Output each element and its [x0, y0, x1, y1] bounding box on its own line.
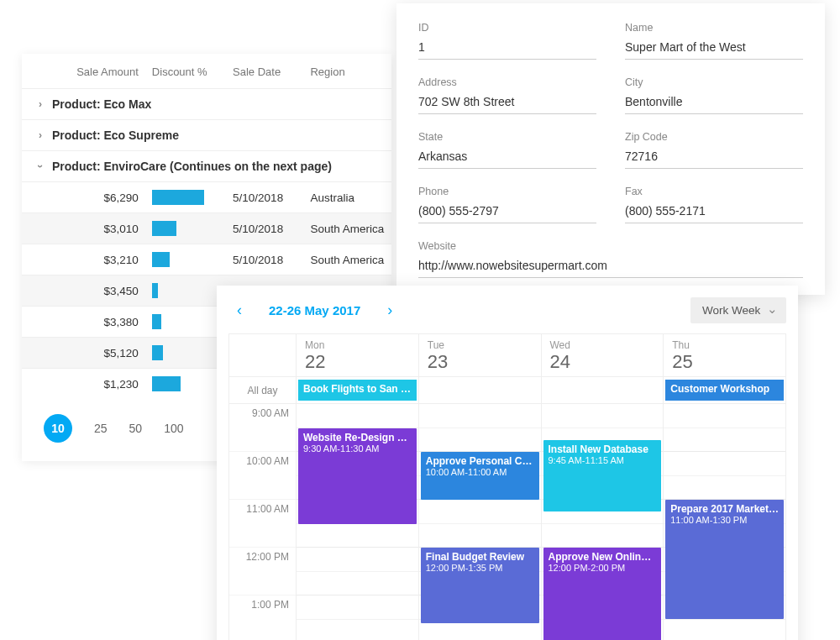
label: Fax: [625, 186, 803, 197]
label: Zip Code: [625, 131, 803, 143]
col-sale-date[interactable]: Sale Date: [233, 66, 310, 78]
allday-label: All day: [229, 377, 297, 403]
scheduler: ‹ 22-26 May 2017 › Work Week Mon22 Tue23…: [217, 286, 798, 640]
field-address[interactable]: Address 702 SW 8th Street: [418, 76, 596, 114]
view-select[interactable]: Work Week: [690, 297, 786, 323]
value[interactable]: (800) 555-2171: [625, 204, 803, 223]
day-number: 22: [305, 351, 410, 373]
chevron-right-icon: ›: [29, 98, 52, 110]
field-city[interactable]: City Bentonville: [625, 76, 803, 114]
col-sale-amount[interactable]: Sale Amount: [51, 66, 152, 78]
cell-amount: $5,120: [51, 347, 152, 359]
appointment-time: 11:00 AM-1:30 PM: [670, 515, 779, 525]
day-column[interactable]: Website Re-Design P…9:30 AM-11:30 AM: [297, 404, 419, 640]
page-size-option[interactable]: 100: [164, 422, 183, 435]
group-row[interactable]: › Product: Eco Supreme: [22, 119, 391, 150]
label: ID: [418, 22, 596, 34]
view-select-input[interactable]: Work Week: [690, 297, 786, 323]
label: Website: [418, 240, 803, 252]
label: Phone: [418, 186, 596, 197]
appointment[interactable]: Prepare 2017 Market…11:00 AM-1:30 PM: [665, 500, 784, 619]
appointment-title: Final Budget Review: [426, 551, 534, 563]
appointment[interactable]: Approve New Online …12:00 PM-2:00 PM: [543, 548, 662, 640]
value[interactable]: Bentonville: [625, 95, 803, 114]
detail-form: ID 1 Name Super Mart of the West Address…: [396, 3, 825, 295]
cell-amount: $3,450: [51, 285, 152, 297]
day-column[interactable]: Approve Personal Co…10:00 AM-11:00 AMFin…: [419, 404, 542, 640]
table-row[interactable]: $6,2905/10/2018Australia: [22, 181, 391, 212]
appointment-allday[interactable]: Customer Workshop: [665, 380, 784, 401]
cell-date: 5/10/2018: [233, 223, 310, 235]
cell-date: 5/10/2018: [233, 191, 310, 204]
cell-region: South America: [310, 223, 385, 235]
label: Name: [625, 22, 803, 34]
cell-amount: $1,230: [51, 378, 152, 391]
cell-discount-bar: [152, 190, 233, 205]
value[interactable]: 1: [418, 40, 596, 60]
allday-cell[interactable]: Customer Workshop: [664, 377, 785, 403]
day-column[interactable]: Prepare 2017 Market…11:00 AM-1:30 PM: [664, 404, 785, 640]
day-column[interactable]: Install New Database9:45 AM-11:15 AMAppr…: [542, 404, 664, 640]
group-label: Product: EnviroCare (Continues on the ne…: [52, 160, 332, 173]
day-number: 24: [550, 351, 655, 373]
cell-region: South America: [310, 254, 385, 266]
field-website[interactable]: Website http://www.nowebsitesupermart.co…: [418, 240, 803, 278]
table-row[interactable]: $3,2105/10/2018South America: [22, 244, 391, 275]
value[interactable]: 702 SW 8th Street: [418, 95, 596, 114]
grid-header: Sale Amount Discount % Sale Date Region: [22, 54, 391, 88]
col-discount[interactable]: Discount %: [152, 66, 233, 78]
field-zip[interactable]: Zip Code 72716: [625, 131, 803, 169]
scheduler-toolbar: ‹ 22-26 May 2017 › Work Week: [228, 297, 786, 333]
allday-cell[interactable]: [419, 377, 542, 403]
next-button[interactable]: ›: [379, 302, 401, 319]
appointment-title: Website Re-Design P…: [303, 432, 412, 443]
value[interactable]: (800) 555-2797: [418, 204, 596, 223]
day-of-week: Wed: [550, 339, 655, 351]
prev-button[interactable]: ‹: [228, 302, 250, 319]
appointment-time: 12:00 PM-1:35 PM: [426, 563, 534, 573]
chevron-right-icon: ›: [29, 129, 52, 141]
group-row[interactable]: › Product: Eco Max: [22, 88, 391, 119]
page-size-option[interactable]: 10: [44, 414, 72, 443]
appointment-title: Approve New Online …: [549, 551, 657, 563]
value[interactable]: http://www.nowebsitesupermart.com: [418, 259, 803, 278]
table-row[interactable]: $3,0105/10/2018South America: [22, 212, 391, 244]
label: City: [625, 76, 803, 88]
appointment[interactable]: Website Re-Design P…9:30 AM-11:30 AM: [298, 428, 417, 524]
value[interactable]: Arkansas: [418, 150, 596, 169]
appointment-time: 10:00 AM-11:00 AM: [426, 467, 534, 477]
cell-amount: $3,010: [51, 223, 152, 235]
page-size-option[interactable]: 50: [129, 422, 143, 435]
appointment-title: Approve Personal Co…: [426, 455, 534, 467]
group-row[interactable]: › Product: EnviroCare (Continues on the …: [22, 150, 391, 181]
col-region[interactable]: Region: [310, 66, 385, 78]
group-label: Product: Eco Supreme: [52, 129, 179, 142]
scheduler-grid: Mon22 Tue23 Wed24 Thu25 All day Book Fli…: [228, 333, 786, 640]
time-label: 9:00 AM: [229, 404, 296, 452]
cell-amount: $3,380: [51, 316, 152, 328]
field-name[interactable]: Name Super Mart of the West: [625, 22, 803, 60]
appointment-title: Prepare 2017 Market…: [670, 503, 779, 515]
value[interactable]: 72716: [625, 150, 803, 169]
date-range-title[interactable]: 22-26 May 2017: [269, 303, 360, 317]
cell-amount: $3,210: [51, 254, 152, 266]
appointment[interactable]: Final Budget Review12:00 PM-1:35 PM: [421, 548, 539, 623]
appointment-time: 12:00 PM-2:00 PM: [549, 563, 657, 573]
field-id[interactable]: ID 1: [418, 22, 596, 60]
page-size-option[interactable]: 25: [94, 422, 108, 435]
field-state[interactable]: State Arkansas: [418, 131, 596, 169]
day-of-week: Tue: [428, 339, 533, 351]
allday-row: All day Book Flights to San Fran … Custo…: [229, 377, 785, 404]
chevron-down-icon: ›: [34, 155, 46, 178]
appointment[interactable]: Install New Database9:45 AM-11:15 AM: [543, 440, 662, 511]
field-phone[interactable]: Phone (800) 555-2797: [418, 186, 596, 223]
cell-discount-bar: [152, 252, 233, 267]
value[interactable]: Super Mart of the West: [625, 40, 803, 60]
appointment-title: Install New Database: [549, 443, 657, 455]
field-fax[interactable]: Fax (800) 555-2171: [625, 186, 803, 223]
appointment[interactable]: Approve Personal Co…10:00 AM-11:00 AM: [421, 452, 539, 500]
appointment-allday[interactable]: Book Flights to San Fran …: [298, 380, 417, 401]
allday-cell[interactable]: [542, 377, 664, 403]
appointment-time: 9:45 AM-11:15 AM: [549, 455, 657, 465]
allday-cell[interactable]: Book Flights to San Fran …: [297, 377, 419, 403]
